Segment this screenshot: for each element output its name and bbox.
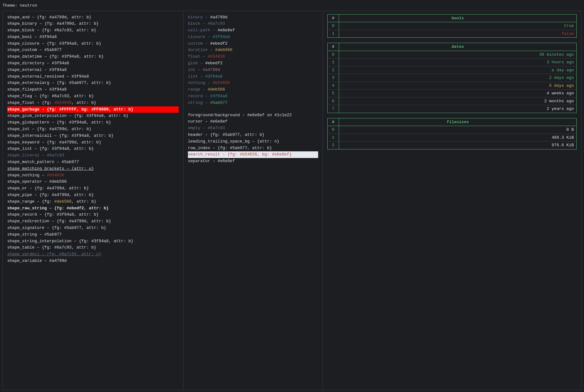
list-item: shape_redirection – {fg: #a4799d, attr: … bbox=[7, 218, 179, 225]
list-item: shape_globpattern – {fg: #3f94a8, attr: … bbox=[7, 119, 179, 126]
list-item: shape_externalarg – {fg: #5ab977, attr: … bbox=[7, 80, 179, 86]
table-cell-value: 2 years ago bbox=[339, 105, 576, 113]
list-item: shape_record – {fg: #3f94a8, attr: b} bbox=[7, 212, 179, 218]
list-item: shape_matching_brackets – {attr: u} bbox=[7, 166, 179, 172]
list-item: block – #6a7c93 bbox=[188, 21, 318, 27]
table-row: 13 hours ago bbox=[328, 59, 576, 66]
table-row: 62 months ago bbox=[328, 98, 576, 105]
list-item: separator – #e6e8ef bbox=[188, 158, 318, 165]
table-cell-index: 3 bbox=[328, 74, 339, 82]
list-item: shape_raw_string – {fg: #ebedf2, attr: b… bbox=[7, 205, 179, 212]
list-item: shape_datetime – {fg: #3f94a8, attr: b} bbox=[7, 54, 179, 60]
right-column: #bools0true1false#dates030 minutes ago13… bbox=[323, 11, 581, 390]
list-item: shape_keyword – {fg: #a4799d, attr: b} bbox=[7, 139, 179, 146]
table-row: 2a day ago bbox=[328, 66, 576, 74]
list-item: shape_range – {fg: #deb566, attr: b} bbox=[7, 199, 179, 205]
data-table: #dates030 minutes ago13 hours ago2a day … bbox=[327, 43, 577, 113]
list-item: shape_vardecl – {fg: #6a7c93, attr: u} bbox=[7, 251, 179, 258]
list-item: shape_internalcall – {fg: #3f94a8, attr:… bbox=[7, 133, 179, 139]
table-row: 45 days ago bbox=[328, 82, 576, 90]
main-container: shape_and – {fg: #a4799d, attr: b}shape_… bbox=[3, 11, 581, 390]
table-row: 00 B bbox=[328, 126, 576, 134]
list-item: empty – #6a7c93 bbox=[188, 125, 318, 132]
list-item: shape_operator – #deb566 bbox=[7, 179, 179, 185]
list-item: shape_bool – #3f94a8 bbox=[7, 34, 179, 41]
list-item: cursor – #e6e8ef bbox=[188, 118, 318, 125]
list-item: shape_float – {fg: #b54036, attr: b} bbox=[7, 100, 179, 106]
table-header-title: filesizes bbox=[339, 118, 576, 126]
table-cell-value: 5 days ago bbox=[339, 82, 576, 90]
list-item: shape_string_interpolation – {fg: #3f94a… bbox=[7, 238, 179, 245]
list-item: shape_custom – #5ab977 bbox=[7, 47, 179, 54]
list-item: list – #3f94a8 bbox=[188, 73, 318, 80]
table-cell-index: 0 bbox=[328, 22, 339, 30]
list-item: float – #b54036 bbox=[188, 54, 318, 60]
list-item: shape_flag – {fg: #6a7c93, attr: b} bbox=[7, 93, 179, 100]
theme-label: Theme: neutron bbox=[3, 3, 581, 9]
table-cell-value: 3 hours ago bbox=[339, 59, 576, 66]
table-cell-index: 0 bbox=[328, 51, 339, 59]
table-cell-value: a day ago bbox=[339, 66, 576, 74]
table-cell-value: 2 months ago bbox=[339, 98, 576, 105]
table-row: 030 minutes ago bbox=[328, 51, 576, 59]
list-item: shape_int – {fg: #a4799d, attr: b} bbox=[7, 126, 179, 133]
table-cell-value: 488.3 KiB bbox=[339, 134, 576, 142]
list-item: shape_filepath – #3f94a8 bbox=[7, 86, 179, 93]
list-item: shape_glob_interpolation – {fg: #3f94a8,… bbox=[7, 113, 179, 119]
table-cell-value: true bbox=[339, 22, 576, 30]
table-cell-index: 1 bbox=[328, 59, 339, 66]
list-item: record – #3f94a8 bbox=[188, 93, 318, 100]
list-item: nothing – #b54036 bbox=[188, 80, 318, 86]
table-cell-value: 30 minutes ago bbox=[339, 51, 576, 59]
list-item: header – {fg: #5ab977, attr: b} bbox=[188, 132, 318, 138]
table-header-title: bools bbox=[339, 15, 576, 22]
table-cell-index: 7 bbox=[328, 105, 339, 113]
list-item: shape_binary – {fg: #a4799d, attr: b} bbox=[7, 21, 179, 27]
list-item: shape_garbage – {fg: #FFFFFF, bg: #FF000… bbox=[7, 106, 179, 113]
middle-column: binary – #a4799dblock – #6a7c93cell-path… bbox=[183, 11, 323, 390]
table-row: 0true bbox=[328, 22, 576, 30]
data-table: #filesizes00 B1488.3 KiB2976.6 KiB bbox=[327, 118, 577, 149]
list-item: shape_match_pattern – #5ab977 bbox=[7, 159, 179, 166]
list-item: shape_string – #5ab977 bbox=[7, 231, 179, 238]
table-cell-index: 2 bbox=[328, 66, 339, 74]
list-item: shape_and – {fg: #a4799d, attr: b} bbox=[7, 14, 179, 21]
table-row: 32 days ago bbox=[328, 74, 576, 82]
table-header-hash: # bbox=[328, 15, 339, 22]
list-item: shape_closure – {fg: #3f94a8, attr: b} bbox=[7, 41, 179, 47]
table-cell-index: 2 bbox=[328, 142, 339, 149]
table-row: 1488.3 KiB bbox=[328, 134, 576, 142]
table-cell-value: 976.6 KiB bbox=[339, 142, 576, 149]
list-item: row_index – {fg: #5ab977, attr: b} bbox=[188, 145, 318, 152]
list-item: binary – #a4799d bbox=[188, 14, 318, 21]
table-row: 54 weeks ago bbox=[328, 90, 576, 98]
list-item: int – #a4799d bbox=[188, 67, 318, 73]
table-row: 2976.6 KiB bbox=[328, 142, 576, 149]
table-header-hash: # bbox=[328, 118, 339, 126]
list-item: cell-path – #e6e8ef bbox=[188, 27, 318, 34]
list-item: shape_nothing – #b54036 bbox=[7, 172, 179, 179]
table-cell-index: 0 bbox=[328, 126, 339, 134]
table-cell-value: false bbox=[339, 30, 576, 38]
list-item: search_result – {fg: #b54036, bg: #e6e8e… bbox=[188, 151, 318, 158]
list-item: shape_signature – {fg: #5ab977, attr: b} bbox=[7, 225, 179, 231]
list-item: shape_external – #3f94a8 bbox=[7, 67, 179, 73]
list-item: custom – #ebedf2 bbox=[188, 41, 318, 47]
table-row: 1false bbox=[328, 30, 576, 38]
list-item: shape_table – {fg: #6a7c93, attr: b} bbox=[7, 244, 179, 251]
table-cell-value: 4 weeks ago bbox=[339, 90, 576, 97]
list-item: foreground/background – #e6e8ef on #1c1e… bbox=[188, 112, 318, 119]
table-cell-index: 1 bbox=[328, 134, 339, 142]
list-item: shape_external_resolved – #3f94a8 bbox=[7, 73, 179, 80]
data-table: #bools0true1false bbox=[327, 14, 577, 38]
table-cell-value: 2 days ago bbox=[339, 74, 576, 82]
list-item: shape_or – {fg: #a4799d, attr: b} bbox=[7, 185, 179, 192]
list-item: range – #deb566 bbox=[188, 86, 318, 93]
list-item: closure – #3f94a8 bbox=[188, 34, 318, 41]
table-cell-index: 5 bbox=[328, 90, 339, 97]
list-item: shape_list – {fg: #3f94a8, attr: b} bbox=[7, 146, 179, 152]
list-item: duration – #deb566 bbox=[188, 47, 318, 54]
table-cell-index: 4 bbox=[328, 82, 339, 90]
table-cell-index: 1 bbox=[328, 30, 339, 38]
list-item: shape_block – {fg: #6a7c93, attr: b} bbox=[7, 27, 179, 34]
